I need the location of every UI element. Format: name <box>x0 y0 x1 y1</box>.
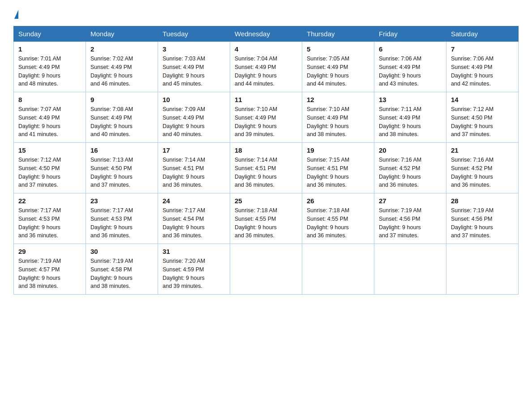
day-number: 30 <box>90 248 153 255</box>
day-info: Sunrise: 7:12 AMSunset: 4:50 PMDaylight:… <box>451 105 514 139</box>
day-info: Sunrise: 7:08 AMSunset: 4:49 PMDaylight:… <box>90 105 153 139</box>
calendar-cell <box>374 244 446 295</box>
day-info: Sunrise: 7:10 AMSunset: 4:49 PMDaylight:… <box>235 105 297 139</box>
day-number: 26 <box>307 197 369 205</box>
day-number: 17 <box>163 146 225 154</box>
day-info: Sunrise: 7:06 AMSunset: 4:49 PMDaylight:… <box>379 55 442 88</box>
day-number: 13 <box>379 96 442 103</box>
calendar-cell: 7Sunrise: 7:06 AMSunset: 4:49 PMDaylight… <box>446 42 519 92</box>
calendar-cell: 5Sunrise: 7:05 AMSunset: 4:49 PMDaylight… <box>302 42 374 92</box>
calendar-cell: 11Sunrise: 7:10 AMSunset: 4:49 PMDayligh… <box>230 92 302 143</box>
weekday-header-monday: Monday <box>86 26 158 42</box>
day-info: Sunrise: 7:18 AMSunset: 4:55 PMDaylight:… <box>235 206 297 240</box>
day-info: Sunrise: 7:19 AMSunset: 4:56 PMDaylight:… <box>451 206 514 240</box>
day-number: 20 <box>379 146 442 154</box>
calendar-cell: 23Sunrise: 7:17 AMSunset: 4:53 PMDayligh… <box>86 193 158 244</box>
day-info: Sunrise: 7:03 AMSunset: 4:49 PMDaylight:… <box>163 55 225 88</box>
day-number: 22 <box>18 197 81 205</box>
calendar-cell: 27Sunrise: 7:19 AMSunset: 4:56 PMDayligh… <box>374 193 446 244</box>
day-info: Sunrise: 7:19 AMSunset: 4:56 PMDaylight:… <box>379 206 442 240</box>
logo-text <box>13 9 19 18</box>
day-number: 8 <box>18 96 81 103</box>
day-number: 21 <box>451 146 514 154</box>
day-info: Sunrise: 7:14 AMSunset: 4:51 PMDaylight:… <box>235 156 297 189</box>
day-number: 9 <box>90 96 153 103</box>
week-row-5: 29Sunrise: 7:19 AMSunset: 4:57 PMDayligh… <box>14 244 519 295</box>
day-info: Sunrise: 7:05 AMSunset: 4:49 PMDaylight:… <box>307 55 369 88</box>
day-number: 12 <box>307 96 369 103</box>
day-info: Sunrise: 7:20 AMSunset: 4:59 PMDaylight:… <box>163 257 225 291</box>
day-info: Sunrise: 7:07 AMSunset: 4:49 PMDaylight:… <box>18 105 81 139</box>
calendar-cell: 24Sunrise: 7:17 AMSunset: 4:54 PMDayligh… <box>158 193 230 244</box>
calendar-cell: 12Sunrise: 7:10 AMSunset: 4:49 PMDayligh… <box>302 92 374 143</box>
day-info: Sunrise: 7:15 AMSunset: 4:51 PMDaylight:… <box>307 156 369 189</box>
calendar-cell: 10Sunrise: 7:09 AMSunset: 4:49 PMDayligh… <box>158 92 230 143</box>
day-info: Sunrise: 7:01 AMSunset: 4:49 PMDaylight:… <box>18 55 81 88</box>
weekday-header-wednesday: Wednesday <box>230 26 302 42</box>
day-info: Sunrise: 7:13 AMSunset: 4:50 PMDaylight:… <box>90 156 153 189</box>
day-number: 3 <box>163 45 225 53</box>
logo-triangle-icon <box>14 10 18 19</box>
week-row-2: 8Sunrise: 7:07 AMSunset: 4:49 PMDaylight… <box>14 92 519 143</box>
calendar-cell: 17Sunrise: 7:14 AMSunset: 4:51 PMDayligh… <box>158 143 230 193</box>
weekday-header-friday: Friday <box>374 26 446 42</box>
day-info: Sunrise: 7:09 AMSunset: 4:49 PMDaylight:… <box>163 105 225 139</box>
day-number: 29 <box>18 248 81 255</box>
weekday-header-saturday: Saturday <box>446 26 519 42</box>
day-info: Sunrise: 7:19 AMSunset: 4:57 PMDaylight:… <box>18 257 81 291</box>
calendar-cell: 3Sunrise: 7:03 AMSunset: 4:49 PMDaylight… <box>158 42 230 92</box>
day-number: 2 <box>90 45 153 53</box>
calendar-cell: 1Sunrise: 7:01 AMSunset: 4:49 PMDaylight… <box>14 42 86 92</box>
calendar-cell: 19Sunrise: 7:15 AMSunset: 4:51 PMDayligh… <box>302 143 374 193</box>
day-number: 1 <box>18 45 81 53</box>
day-number: 5 <box>307 45 369 53</box>
day-number: 11 <box>235 96 297 103</box>
calendar-cell: 16Sunrise: 7:13 AMSunset: 4:50 PMDayligh… <box>86 143 158 193</box>
calendar-cell: 25Sunrise: 7:18 AMSunset: 4:55 PMDayligh… <box>230 193 302 244</box>
day-info: Sunrise: 7:12 AMSunset: 4:50 PMDaylight:… <box>18 156 81 189</box>
calendar-cell: 9Sunrise: 7:08 AMSunset: 4:49 PMDaylight… <box>86 92 158 143</box>
calendar-cell: 6Sunrise: 7:06 AMSunset: 4:49 PMDaylight… <box>374 42 446 92</box>
day-info: Sunrise: 7:02 AMSunset: 4:49 PMDaylight:… <box>90 55 153 88</box>
day-number: 4 <box>235 45 297 53</box>
day-info: Sunrise: 7:17 AMSunset: 4:53 PMDaylight:… <box>18 206 81 240</box>
weekday-header-row: SundayMondayTuesdayWednesdayThursdayFrid… <box>14 26 519 42</box>
day-number: 27 <box>379 197 442 205</box>
day-number: 28 <box>451 197 514 205</box>
day-number: 19 <box>307 146 369 154</box>
day-number: 7 <box>451 45 514 53</box>
day-info: Sunrise: 7:16 AMSunset: 4:52 PMDaylight:… <box>451 156 514 189</box>
weekday-header-sunday: Sunday <box>14 26 86 42</box>
calendar-cell: 8Sunrise: 7:07 AMSunset: 4:49 PMDaylight… <box>14 92 86 143</box>
calendar-table: SundayMondayTuesdayWednesdayThursdayFrid… <box>13 26 519 295</box>
calendar-cell: 15Sunrise: 7:12 AMSunset: 4:50 PMDayligh… <box>14 143 86 193</box>
page-header <box>13 9 519 18</box>
day-number: 10 <box>163 96 225 103</box>
weekday-header-tuesday: Tuesday <box>158 26 230 42</box>
day-info: Sunrise: 7:10 AMSunset: 4:49 PMDaylight:… <box>307 105 369 139</box>
calendar-cell: 21Sunrise: 7:16 AMSunset: 4:52 PMDayligh… <box>446 143 519 193</box>
day-info: Sunrise: 7:16 AMSunset: 4:52 PMDaylight:… <box>379 156 442 189</box>
day-number: 15 <box>18 146 81 154</box>
week-row-3: 15Sunrise: 7:12 AMSunset: 4:50 PMDayligh… <box>14 143 519 193</box>
day-info: Sunrise: 7:04 AMSunset: 4:49 PMDaylight:… <box>235 55 297 88</box>
calendar-cell: 13Sunrise: 7:11 AMSunset: 4:49 PMDayligh… <box>374 92 446 143</box>
week-row-4: 22Sunrise: 7:17 AMSunset: 4:53 PMDayligh… <box>14 193 519 244</box>
day-number: 23 <box>90 197 153 205</box>
calendar-cell <box>302 244 374 295</box>
calendar-cell: 4Sunrise: 7:04 AMSunset: 4:49 PMDaylight… <box>230 42 302 92</box>
day-number: 16 <box>90 146 153 154</box>
calendar-cell: 28Sunrise: 7:19 AMSunset: 4:56 PMDayligh… <box>446 193 519 244</box>
day-number: 31 <box>163 248 225 255</box>
logo <box>13 9 19 18</box>
calendar-cell: 14Sunrise: 7:12 AMSunset: 4:50 PMDayligh… <box>446 92 519 143</box>
day-info: Sunrise: 7:06 AMSunset: 4:49 PMDaylight:… <box>451 55 514 88</box>
logo-blue-part <box>13 9 19 18</box>
day-number: 24 <box>163 197 225 205</box>
calendar-cell: 18Sunrise: 7:14 AMSunset: 4:51 PMDayligh… <box>230 143 302 193</box>
day-info: Sunrise: 7:17 AMSunset: 4:53 PMDaylight:… <box>90 206 153 240</box>
calendar-cell: 30Sunrise: 7:19 AMSunset: 4:58 PMDayligh… <box>86 244 158 295</box>
day-number: 25 <box>235 197 297 205</box>
day-number: 6 <box>379 45 442 53</box>
day-info: Sunrise: 7:17 AMSunset: 4:54 PMDaylight:… <box>163 206 225 240</box>
